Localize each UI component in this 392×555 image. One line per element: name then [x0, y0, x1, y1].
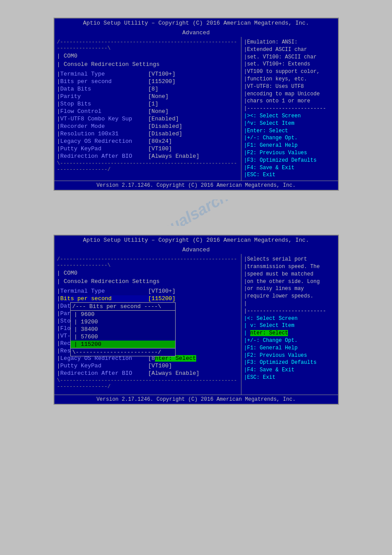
dropdown-item-9600[interactable]: | 9600: [71, 311, 175, 318]
screen1-main: /---------------------------------------…: [54, 37, 338, 181]
table-row: | Terminal Type[VT100+]: [57, 287, 238, 295]
screen1-subtitle: | Console Redirection Settings: [57, 60, 238, 69]
screen1-left-panel: /---------------------------------------…: [54, 37, 241, 181]
table-row: | Terminal Type[VT100+]: [57, 70, 238, 78]
screen1-com: | COM0: [57, 52, 238, 60]
dropdown-footer: \------------------------/: [71, 348, 175, 356]
table-row: | VT-UTF8 Combo Key Sup[Enabled]: [57, 115, 238, 123]
screen1: Aptio Setup Utility – Copyright (C) 2016…: [54, 18, 339, 191]
table-row: | Stop Bits[1]: [57, 100, 238, 108]
screen2-left-panel: /---------------------------------------…: [54, 254, 241, 395]
watermark-text: manualsarchive.: [68, 200, 324, 226]
screen1-footer: Version 2.17.1246. Copyright (C) 2016 Am…: [54, 181, 338, 190]
screen2-right-panel: |Selects serial port |transmission speed…: [241, 254, 338, 395]
screen2-com: | COM0: [57, 269, 238, 277]
bits-per-second-dropdown[interactable]: /--- Bits per second ----\ | 9600 | 1920…: [70, 302, 176, 356]
dropdown-title: /--- Bits per second ----\: [71, 303, 175, 311]
screen2-main: /---------------------------------------…: [54, 254, 338, 395]
table-row: | Data Bits[8]: [57, 85, 238, 93]
screen2-title: Aptio Setup Utility – Copyright (C) 2016…: [54, 236, 338, 245]
screen1-divider-top: /---------------------------------------…: [57, 39, 238, 52]
table-row: | Bits per second[115200]: [57, 78, 238, 85]
screen1-advanced-tab[interactable]: Advanced: [175, 29, 216, 37]
dropdown-item-115200-selected[interactable]: | 115200: [71, 341, 175, 348]
dropdown-item-57600[interactable]: | 57600: [71, 333, 175, 341]
table-row: | Legacy OS Redirection[80x24]: [57, 138, 238, 145]
screen1-divider-bottom: \---------------------------------------…: [57, 160, 238, 173]
screen1-title: Aptio Setup Utility – Copyright (C) 2016…: [54, 18, 338, 28]
screen1-tab-bar: Advanced: [54, 28, 338, 37]
table-row: | Putty KeyPad[VT100]: [57, 362, 238, 370]
table-row: | Redirection After BIO[Always Enable]: [57, 152, 238, 160]
table-row: | Putty KeyPad[VT100]: [57, 145, 238, 152]
screen2-divider-bottom: \---------------------------------------…: [57, 377, 238, 390]
table-row: | Flow Control[None]: [57, 108, 238, 115]
screen2-advanced-tab[interactable]: Advanced: [175, 246, 216, 254]
screen2-divider-top: /---------------------------------------…: [57, 256, 238, 269]
screen2-tab-bar: Advanced: [54, 245, 338, 254]
bits-per-second-row: | Bits per second[115200]: [57, 295, 238, 302]
table-row: | Redirection After BIO[Always Enable]: [57, 370, 238, 377]
dropdown-item-38400[interactable]: | 38400: [71, 326, 175, 333]
table-row: | Resolution 100x31[Disabled]: [57, 130, 238, 138]
screen2-subtitle: | Console Redirection Settings: [57, 277, 238, 286]
screen1-right-panel: |Emulation: ANSI: |Extended ASCII char |…: [241, 37, 338, 181]
table-row: | Parity[None]: [57, 93, 238, 100]
dropdown-item-19200[interactable]: | 19200: [71, 318, 175, 326]
watermark-area: manualsarchive.: [54, 200, 339, 226]
table-row: | Recorder Mode[Disabled]: [57, 123, 238, 130]
screen2-footer: Version 2.17.1246. Copyright (C) 2016 Am…: [54, 395, 338, 404]
screen2: Aptio Setup Utility – Copyright (C) 2016…: [54, 235, 339, 405]
